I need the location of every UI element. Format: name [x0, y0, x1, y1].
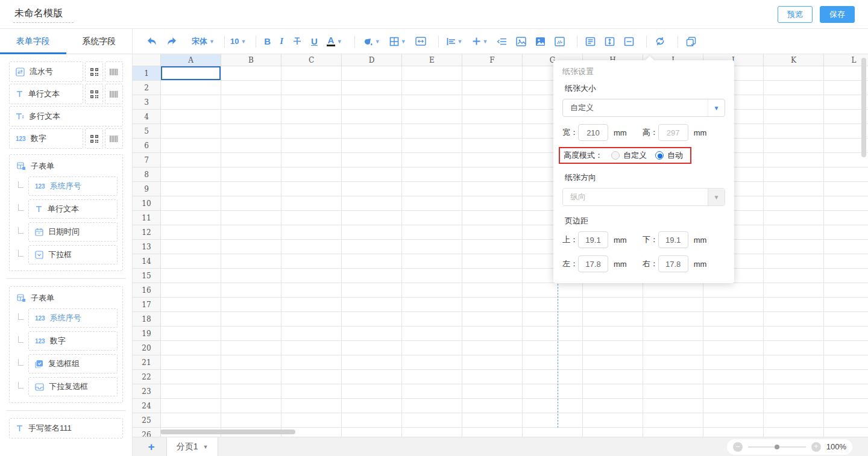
grid-cell[interactable] [462, 66, 523, 81]
grid-cell[interactable] [643, 312, 703, 326]
grid-cell[interactable] [281, 66, 342, 81]
grid-cell[interactable] [342, 66, 402, 81]
grid-cell[interactable] [342, 283, 402, 298]
grid-cell[interactable] [703, 355, 764, 370]
grid-cell[interactable] [764, 66, 824, 81]
grid-cell[interactable] [523, 341, 583, 355]
height-input[interactable] [658, 124, 688, 141]
grid-cell[interactable] [462, 370, 523, 384]
grid-cell[interactable] [583, 326, 643, 341]
grid-cell[interactable] [342, 139, 402, 153]
zoom-slider-knob[interactable] [775, 445, 779, 449]
insert-stamp-button[interactable] [552, 34, 567, 49]
grid-cell[interactable] [402, 428, 462, 437]
grid-cell[interactable] [221, 341, 281, 355]
grid-cell[interactable] [824, 370, 868, 384]
column-header[interactable]: D [342, 54, 402, 66]
italic-button[interactable]: I [277, 34, 286, 49]
child-field-dropdown[interactable]: 下拉框 [28, 245, 118, 264]
grid-cell[interactable] [161, 254, 221, 269]
row-header[interactable]: 19 [133, 326, 161, 341]
row-header[interactable]: 23 [133, 384, 161, 399]
grid-cell[interactable] [462, 182, 523, 196]
vertical-scrollbar[interactable] [861, 58, 866, 157]
grid-cell[interactable] [462, 95, 523, 110]
grid-cell[interactable] [764, 312, 824, 326]
grid-cell[interactable] [281, 81, 342, 95]
grid-cell[interactable] [402, 139, 462, 153]
paper-size-select[interactable]: 自定义 ▼ [562, 99, 725, 117]
grid-cell[interactable] [281, 370, 342, 384]
grid-cell[interactable] [402, 326, 462, 341]
grid-cell[interactable] [281, 124, 342, 139]
grid-cell[interactable] [402, 384, 462, 399]
grid-cell[interactable] [643, 326, 703, 341]
grid-cell[interactable] [161, 269, 221, 283]
orientation-select[interactable]: 纵向 ▼ [562, 188, 725, 206]
grid-cell[interactable] [764, 182, 824, 196]
zoom-in-button[interactable]: + [811, 442, 821, 452]
grid-cell[interactable] [402, 240, 462, 254]
grid-cell[interactable] [703, 283, 764, 298]
grid-cell[interactable] [281, 254, 342, 269]
field-single-line-text[interactable]: 单行文本 [9, 84, 83, 104]
page-height-button[interactable] [602, 34, 617, 49]
grid-cell[interactable] [221, 312, 281, 326]
horizontal-scrollbar[interactable] [160, 429, 295, 434]
grid-cell[interactable] [281, 182, 342, 196]
grid-cell[interactable] [583, 355, 643, 370]
grid-cell[interactable] [462, 298, 523, 312]
grid-cell[interactable] [824, 326, 868, 341]
grid-cell[interactable] [462, 167, 523, 182]
grid-cell[interactable] [402, 341, 462, 355]
grid-cell[interactable] [342, 428, 402, 437]
grid-cell[interactable] [764, 124, 824, 139]
grid-cell[interactable] [583, 283, 643, 298]
borders-button[interactable]: ▼ [387, 34, 409, 49]
grid-cell[interactable] [281, 399, 342, 413]
grid-cell[interactable] [523, 370, 583, 384]
grid-cell[interactable] [523, 384, 583, 399]
barcode-button[interactable] [105, 61, 123, 82]
row-header[interactable]: 21 [133, 355, 161, 370]
grid-cell[interactable] [703, 384, 764, 399]
grid-cell[interactable] [402, 182, 462, 196]
row-header[interactable]: 8 [133, 167, 161, 182]
grid-cell[interactable] [221, 95, 281, 110]
grid-cell[interactable] [342, 312, 402, 326]
grid-cell[interactable] [161, 196, 221, 211]
grid-cell[interactable] [764, 240, 824, 254]
grid-cell[interactable] [402, 370, 462, 384]
grid-cell[interactable] [221, 298, 281, 312]
grid-cell[interactable] [462, 240, 523, 254]
grid-cell[interactable] [281, 167, 342, 182]
grid-cell[interactable] [402, 196, 462, 211]
row-header[interactable]: 5 [133, 124, 161, 139]
grid-cell[interactable] [462, 283, 523, 298]
bold-button[interactable]: B [262, 34, 273, 49]
grid-cell[interactable] [583, 298, 643, 312]
grid-cell[interactable] [221, 196, 281, 211]
align-button[interactable]: ▼ [444, 34, 465, 49]
grid-cell[interactable] [764, 370, 824, 384]
grid-cell[interactable] [221, 139, 281, 153]
grid-cell[interactable] [523, 399, 583, 413]
radio-auto-label[interactable]: 自动 [667, 150, 683, 161]
grid-cell[interactable] [824, 211, 868, 225]
child-field-single-line-text[interactable]: 单行文本 [28, 199, 118, 219]
grid-cell[interactable] [281, 312, 342, 326]
grid-cell[interactable] [221, 110, 281, 124]
grid-cell[interactable] [703, 326, 764, 341]
grid-cell[interactable] [221, 254, 281, 269]
grid-cell[interactable] [342, 211, 402, 225]
grid-cell[interactable] [221, 326, 281, 341]
grid-cell[interactable] [462, 384, 523, 399]
grid-cell[interactable] [764, 81, 824, 95]
child-field-dropdown-check[interactable]: 下拉复选框 [28, 377, 118, 396]
grid-cell[interactable] [161, 240, 221, 254]
grid-cell[interactable] [161, 384, 221, 399]
grid-cell[interactable] [161, 110, 221, 124]
column-header[interactable]: K [764, 54, 824, 66]
grid-cell[interactable] [583, 428, 643, 437]
grid-cell[interactable] [824, 283, 868, 298]
